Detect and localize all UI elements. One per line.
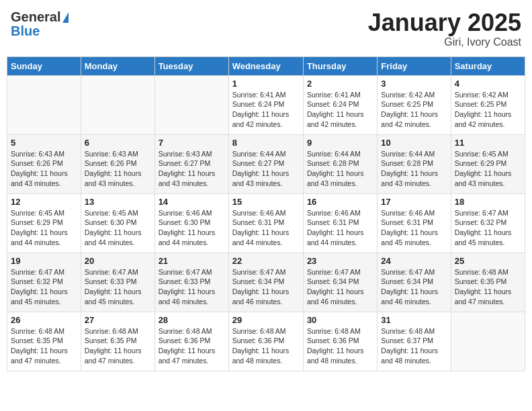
cell-date-number: 23 [307,256,373,266]
calendar-cell: 4Sunrise: 6:42 AMSunset: 6:25 PMDaylight… [451,75,525,134]
cell-date-number: 21 [159,256,225,266]
col-wednesday: Wednesday [228,56,303,75]
cell-info: Sunrise: 6:48 AMSunset: 6:35 PMDaylight:… [85,326,151,366]
cell-info: Sunrise: 6:45 AMSunset: 6:29 PMDaylight:… [11,208,77,248]
cell-info: Sunrise: 6:47 AMSunset: 6:32 PMDaylight:… [11,267,77,307]
calendar-cell: 10Sunrise: 6:44 AMSunset: 6:28 PMDayligh… [378,134,451,193]
calendar-cell: 13Sunrise: 6:45 AMSunset: 6:30 PMDayligh… [81,193,154,253]
calendar-cell: 26Sunrise: 6:48 AMSunset: 6:35 PMDayligh… [7,312,81,371]
col-tuesday: Tuesday [154,56,228,75]
cell-date-number: 6 [85,138,151,148]
calendar-cell: 14Sunrise: 6:46 AMSunset: 6:30 PMDayligh… [154,193,228,253]
cell-info: Sunrise: 6:47 AMSunset: 6:34 PMDaylight:… [381,267,447,307]
cell-info: Sunrise: 6:47 AMSunset: 6:33 PMDaylight:… [159,267,225,307]
calendar-cell [451,312,525,371]
calendar-cell: 5Sunrise: 6:43 AMSunset: 6:26 PMDaylight… [7,134,81,193]
cell-date-number: 25 [455,256,521,266]
cell-info: Sunrise: 6:41 AMSunset: 6:24 PMDaylight:… [232,90,300,130]
calendar-week-row: 5Sunrise: 6:43 AMSunset: 6:26 PMDaylight… [7,134,525,193]
calendar-cell: 20Sunrise: 6:47 AMSunset: 6:33 PMDayligh… [81,253,154,312]
cell-info: Sunrise: 6:42 AMSunset: 6:25 PMDaylight:… [455,90,521,130]
calendar-cell: 21Sunrise: 6:47 AMSunset: 6:33 PMDayligh… [154,253,228,312]
logo: General Blue [11,9,69,39]
calendar-header-row: Sunday Monday Tuesday Wednesday Thursday… [7,56,525,75]
cell-date-number: 8 [232,138,300,148]
calendar-cell: 3Sunrise: 6:42 AMSunset: 6:25 PMDaylight… [378,75,451,134]
calendar-cell: 19Sunrise: 6:47 AMSunset: 6:32 PMDayligh… [7,253,81,312]
cell-info: Sunrise: 6:48 AMSunset: 6:36 PMDaylight:… [307,326,373,366]
calendar-cell: 25Sunrise: 6:48 AMSunset: 6:35 PMDayligh… [451,253,525,312]
calendar-cell: 22Sunrise: 6:47 AMSunset: 6:34 PMDayligh… [228,253,303,312]
calendar-cell: 17Sunrise: 6:46 AMSunset: 6:31 PMDayligh… [378,193,451,253]
cell-date-number: 14 [159,197,225,207]
cell-date-number: 17 [381,197,447,207]
calendar-cell: 16Sunrise: 6:46 AMSunset: 6:31 PMDayligh… [303,193,377,253]
cell-date-number: 5 [11,138,77,148]
cell-info: Sunrise: 6:46 AMSunset: 6:30 PMDaylight:… [159,208,225,248]
calendar-week-row: 1Sunrise: 6:41 AMSunset: 6:24 PMDaylight… [7,75,525,134]
cell-info: Sunrise: 6:48 AMSunset: 6:35 PMDaylight:… [455,267,521,307]
cell-date-number: 12 [11,197,77,207]
calendar-cell: 6Sunrise: 6:43 AMSunset: 6:26 PMDaylight… [81,134,154,193]
calendar-cell: 1Sunrise: 6:41 AMSunset: 6:24 PMDaylight… [228,75,303,134]
cell-info: Sunrise: 6:47 AMSunset: 6:34 PMDaylight:… [307,267,373,307]
cell-info: Sunrise: 6:46 AMSunset: 6:31 PMDaylight:… [232,208,300,248]
cell-info: Sunrise: 6:41 AMSunset: 6:24 PMDaylight:… [307,90,373,130]
cell-date-number: 13 [85,197,151,207]
cell-date-number: 27 [85,315,151,325]
calendar-week-row: 26Sunrise: 6:48 AMSunset: 6:35 PMDayligh… [7,312,525,371]
page-header: General Blue January 2025 Giri, Ivory Co… [7,7,525,51]
cell-date-number: 20 [85,256,151,266]
cell-date-number: 15 [232,197,300,207]
cell-info: Sunrise: 6:48 AMSunset: 6:35 PMDaylight:… [11,326,77,366]
calendar-cell: 8Sunrise: 6:44 AMSunset: 6:27 PMDaylight… [228,134,303,193]
logo-blue-text: Blue [11,24,40,39]
calendar-cell: 9Sunrise: 6:44 AMSunset: 6:28 PMDaylight… [303,134,377,193]
cell-info: Sunrise: 6:47 AMSunset: 6:34 PMDaylight:… [232,267,300,307]
calendar-cell: 18Sunrise: 6:47 AMSunset: 6:32 PMDayligh… [451,193,525,253]
calendar-cell: 12Sunrise: 6:45 AMSunset: 6:29 PMDayligh… [7,193,81,253]
cell-date-number: 18 [455,197,521,207]
calendar-cell [7,75,81,134]
cell-date-number: 3 [381,79,447,89]
cell-date-number: 16 [307,197,373,207]
cell-date-number: 28 [159,315,225,325]
calendar-cell: 29Sunrise: 6:48 AMSunset: 6:36 PMDayligh… [228,312,303,371]
cell-date-number: 2 [307,79,373,89]
calendar-cell: 31Sunrise: 6:48 AMSunset: 6:37 PMDayligh… [378,312,451,371]
cell-date-number: 10 [381,138,447,148]
title-block: January 2025 Giri, Ivory Coast [368,9,521,48]
cell-info: Sunrise: 6:47 AMSunset: 6:32 PMDaylight:… [455,208,521,248]
cell-date-number: 11 [455,138,521,148]
cell-info: Sunrise: 6:48 AMSunset: 6:37 PMDaylight:… [381,326,447,366]
calendar-cell: 23Sunrise: 6:47 AMSunset: 6:34 PMDayligh… [303,253,377,312]
logo-general-text: General [11,9,60,25]
cell-info: Sunrise: 6:45 AMSunset: 6:29 PMDaylight:… [455,149,521,189]
cell-date-number: 26 [11,315,77,325]
cell-info: Sunrise: 6:43 AMSunset: 6:27 PMDaylight:… [159,149,225,189]
cell-date-number: 22 [232,256,300,266]
calendar-cell [81,75,154,134]
col-monday: Monday [81,56,154,75]
calendar-cell: 11Sunrise: 6:45 AMSunset: 6:29 PMDayligh… [451,134,525,193]
cell-date-number: 29 [232,315,300,325]
cell-date-number: 31 [381,315,447,325]
calendar-week-row: 12Sunrise: 6:45 AMSunset: 6:29 PMDayligh… [7,193,525,253]
calendar-cell: 15Sunrise: 6:46 AMSunset: 6:31 PMDayligh… [228,193,303,253]
cell-date-number: 9 [307,138,373,148]
cell-info: Sunrise: 6:47 AMSunset: 6:33 PMDaylight:… [85,267,151,307]
cell-info: Sunrise: 6:48 AMSunset: 6:36 PMDaylight:… [232,326,300,366]
cell-info: Sunrise: 6:44 AMSunset: 6:27 PMDaylight:… [232,149,300,189]
cell-info: Sunrise: 6:48 AMSunset: 6:36 PMDaylight:… [159,326,225,366]
cell-info: Sunrise: 6:45 AMSunset: 6:30 PMDaylight:… [85,208,151,248]
cell-info: Sunrise: 6:43 AMSunset: 6:26 PMDaylight:… [11,149,77,189]
calendar-cell: 7Sunrise: 6:43 AMSunset: 6:27 PMDaylight… [154,134,228,193]
cell-info: Sunrise: 6:43 AMSunset: 6:26 PMDaylight:… [85,149,151,189]
calendar-location: Giri, Ivory Coast [368,36,521,48]
logo-triangle [62,12,69,23]
calendar-week-row: 19Sunrise: 6:47 AMSunset: 6:32 PMDayligh… [7,253,525,312]
calendar-cell: 2Sunrise: 6:41 AMSunset: 6:24 PMDaylight… [303,75,377,134]
col-thursday: Thursday [303,56,377,75]
cell-date-number: 4 [455,79,521,89]
calendar-title: January 2025 [368,9,521,36]
